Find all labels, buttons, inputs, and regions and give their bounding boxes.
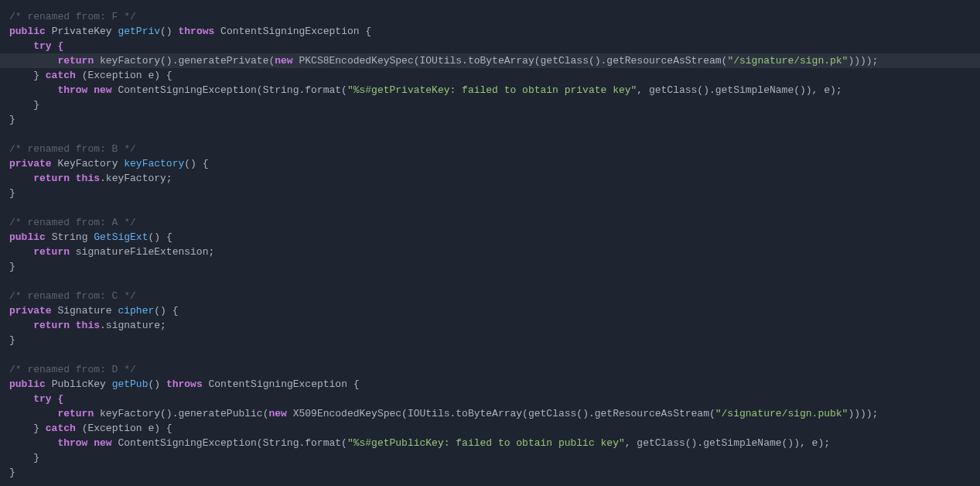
brace: } [9, 70, 46, 81]
string-literal: "/signature/sign.pubk" [715, 408, 849, 419]
call-chain: X509EncodedKeySpec(IOUtils.toByteArray(g… [287, 408, 715, 419]
parens: () [184, 158, 196, 169]
comment: /* renamed from: F */ [9, 11, 136, 22]
field-access: .signature; [100, 320, 166, 331]
exception-type: ContentSigningException [209, 378, 347, 390]
comment: /* renamed from: C */ [9, 290, 136, 302]
method-name: GetSigExt [94, 231, 148, 243]
return-type: PublicKey [52, 378, 106, 390]
highlighted-line: return keyFactory().generatePrivate(new … [0, 53, 980, 68]
brace: { [160, 231, 172, 243]
keyword-throw-new: throw new [9, 437, 112, 449]
brace: } [9, 114, 15, 125]
method-name: getPub [112, 378, 149, 390]
keyword-throw-new: throw new [9, 84, 112, 96]
keyword-public: public [9, 378, 46, 390]
method-name: keyFactory [124, 158, 184, 169]
keyword-return: return [9, 246, 70, 258]
parens: () [154, 305, 166, 317]
keyword-throws: throws [178, 26, 214, 37]
try-line: try { [9, 393, 63, 405]
brace: { [196, 158, 209, 169]
call-chain: keyFactory().generatePublic( [94, 408, 268, 419]
tail: , getClass().getSimpleName()), e); [625, 437, 830, 449]
call-chain: PKCS8EncodedKeySpec(IOUtils.toByteArray(… [293, 55, 728, 67]
method-name: getPriv [118, 26, 160, 37]
tail: )))); [848, 55, 878, 67]
code-editor[interactable]: /* renamed from: F */ public PrivateKey … [0, 0, 980, 486]
call-chain: ContentSigningException(String.format( [112, 84, 347, 96]
brace: } [9, 334, 15, 346]
keyword-this: this [70, 173, 100, 184]
call-chain: ContentSigningException(String.format( [112, 437, 347, 449]
brace: { [166, 305, 179, 317]
brace: } [9, 187, 15, 199]
keyword-return: return [9, 320, 70, 331]
string-literal: "%s#getPublicKey: failed to obtain publi… [347, 437, 625, 449]
comment: /* renamed from: D */ [9, 364, 136, 375]
keyword-catch: catch [46, 423, 76, 434]
keyword-public: public [9, 26, 46, 37]
brace: } [9, 423, 46, 434]
parens: () [148, 231, 160, 243]
keyword-new: new [275, 55, 292, 67]
method-name: cipher [118, 305, 154, 317]
field-access: signatureFileExtension; [70, 246, 214, 258]
brace: } [9, 467, 15, 478]
keyword-public: public [9, 231, 46, 243]
keyword-catch: catch [46, 70, 76, 81]
comment: /* renamed from: B */ [9, 143, 136, 155]
tail: , getClass().getSimpleName()), e); [637, 84, 842, 96]
field-access: .keyFactory; [100, 173, 172, 184]
keyword-private: private [9, 305, 52, 317]
return-type: KeyFactory [57, 158, 118, 169]
exception-type: ContentSigningException [220, 26, 359, 37]
catch-paren: (Exception e) { [76, 70, 172, 81]
try-line: try { [9, 40, 63, 52]
keyword-return: return [9, 408, 94, 419]
string-literal: "%s#getPrivateKey: failed to obtain priv… [347, 84, 637, 96]
brace: { [360, 26, 372, 37]
catch-paren: (Exception e) { [76, 423, 172, 434]
keyword-private: private [9, 158, 52, 169]
comment: /* renamed from: A */ [9, 217, 136, 228]
tail: )))); [848, 408, 878, 419]
return-type: String [52, 231, 88, 243]
keyword-throws: throws [166, 378, 203, 390]
brace: } [9, 99, 39, 111]
brace: } [9, 261, 15, 272]
brace: } [9, 452, 39, 464]
keyword-this: this [70, 320, 100, 331]
brace: { [347, 378, 360, 390]
parens: () [160, 26, 172, 37]
return-type: Signature [57, 305, 111, 317]
parens: () [148, 378, 160, 390]
call-chain: keyFactory().generatePrivate( [94, 55, 275, 67]
keyword-new: new [268, 408, 286, 419]
string-literal: "/signature/sign.pk" [727, 55, 848, 67]
return-type: PrivateKey [52, 26, 112, 37]
keyword-return: return [9, 55, 94, 67]
keyword-return: return [9, 173, 70, 184]
